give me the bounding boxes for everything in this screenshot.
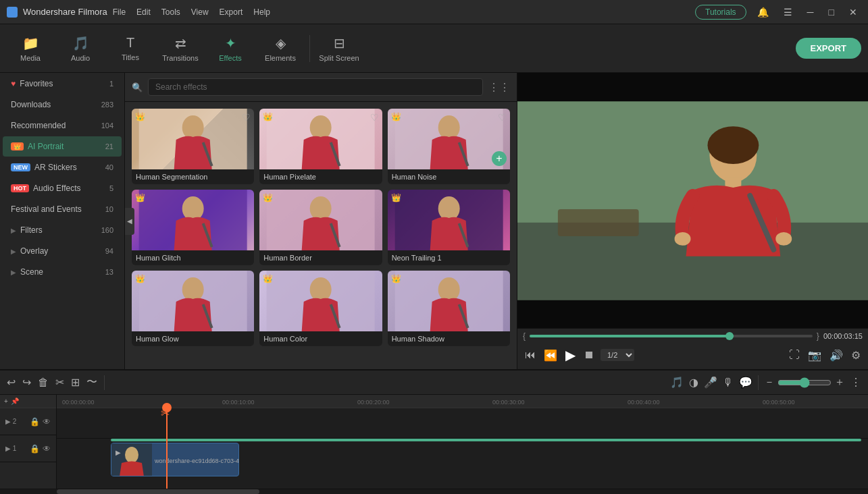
sidebar-item-overlay[interactable]: ▶ Overlay 94 [3, 241, 122, 261]
overlay-label: Overlay [20, 246, 48, 256]
timeline-toolbar: ↩ ↪ 🗑 ✂ ⊞ 〜 🎵 ◑ 🎤 🎙 💬 － ＋ ⋮ [0, 370, 868, 395]
toolbar-audio[interactable]: 🎵 Audio [57, 28, 104, 69]
tl-divider-1 [104, 375, 105, 390]
track-clip[interactable]: ▶ wondershare-ec91dd68-c703-4751... [111, 443, 239, 476]
effect-card-human_pixelate[interactable]: 👑♡Human Pixelate [259, 109, 382, 184]
preview-ratio-select[interactable]: 1/2 Full [601, 349, 634, 361]
caption-button[interactable]: 💬 [739, 376, 752, 389]
effect-card-effect8[interactable]: 👑Human Color [259, 271, 382, 346]
progress-bar[interactable] [530, 335, 813, 337]
heart-icon[interactable]: ♡ [242, 112, 251, 123]
notification-button[interactable]: 🔔 [753, 5, 773, 19]
menu-help[interactable]: Help [253, 7, 270, 17]
close-button[interactable]: ✕ [845, 5, 861, 19]
menu-tools[interactable]: Tools [161, 7, 180, 17]
track-1-eye-icon[interactable]: 👁 [43, 444, 51, 454]
ruler-mark-1: 00:00:10:00 [222, 399, 255, 406]
sidebar-collapse-button[interactable]: ◀ [125, 208, 134, 235]
thumb-svg-human_border [259, 190, 382, 250]
menu-edit[interactable]: Edit [136, 7, 151, 17]
undo-button[interactable]: ↩ [7, 376, 16, 389]
heart-icon[interactable]: ♡ [498, 112, 507, 123]
effect-card-human_border[interactable]: 👑Human Border [259, 190, 382, 265]
timeline-ruler: 00:00:00:00 00:00:10:00 00:00:20:00 00:0… [57, 395, 868, 408]
zoom-out-button[interactable]: － [764, 375, 775, 389]
fullscreen-button[interactable]: ⛶ [787, 347, 802, 363]
effect-card-human_noise[interactable]: 👑♡+Human Noise [388, 109, 510, 184]
menu-view[interactable]: View [191, 7, 209, 17]
skip-back-button[interactable]: ⏮ [523, 347, 538, 363]
audio-track-button[interactable]: 🎵 [670, 376, 684, 389]
toolbar-media[interactable]: 📁 Media [7, 28, 54, 69]
record-button[interactable]: 🎤 [704, 376, 717, 389]
playhead[interactable]: ✂ [166, 408, 168, 489]
bracket-close: } [817, 331, 819, 341]
settings-button[interactable]: ☰ [780, 5, 796, 19]
sidebar-item-audio-effects[interactable]: HOT Audio Effects 5 [3, 178, 122, 198]
effect-card-effect7[interactable]: 👑Human Glow [132, 271, 254, 346]
snapshot-button[interactable]: 📷 [806, 347, 823, 364]
voice-over-button[interactable]: 🎙 [723, 377, 734, 389]
effect-card-human_segmentation[interactable]: 👑♡Human Segmentation [132, 109, 254, 184]
tutorials-button[interactable]: Tutorials [695, 5, 746, 20]
toolbar-elements[interactable]: ◈ Elements [257, 28, 304, 69]
elements-icon: ◈ [276, 35, 286, 51]
minimize-button[interactable]: ─ [803, 5, 818, 19]
menu-export[interactable]: Export [220, 7, 243, 17]
timeline-right-controls: 🎵 ◑ 🎤 🎙 💬 － ＋ ⋮ [670, 375, 861, 390]
sidebar-item-favorites[interactable]: ♥ Favorites 1 [3, 74, 122, 94]
sidebar-item-filters[interactable]: ▶ Filters 160 [3, 220, 122, 240]
svg-point-1 [182, 115, 204, 140]
mask-button[interactable]: ◑ [689, 376, 698, 389]
clip-properties-button[interactable]: ⊞ [71, 376, 80, 389]
sidebar-item-ar-stickers[interactable]: NEW AR Stickers 40 [3, 157, 122, 177]
zoom-slider[interactable] [777, 377, 832, 388]
ai-portrait-count: 21 [105, 142, 113, 150]
toolbar-transitions[interactable]: ⇄ Transitions [157, 28, 204, 69]
play-button[interactable]: ▶ [563, 345, 578, 365]
step-back-button[interactable]: ⏪ [542, 347, 559, 364]
add-effect-button[interactable]: + [492, 151, 507, 166]
track-eye-icon[interactable]: 👁 [43, 417, 51, 427]
audio-effects-count: 5 [109, 184, 113, 192]
audio-waveform-button[interactable]: 〜 [86, 375, 97, 389]
heart-icon[interactable]: ♡ [370, 112, 379, 123]
sidebar-item-festival-events[interactable]: Festival and Events 10 [3, 199, 122, 219]
sidebar-item-scene[interactable]: ▶ Scene 13 [3, 262, 122, 282]
toolbar-effects[interactable]: ✦ Effects [207, 28, 254, 69]
progress-fill [530, 335, 734, 337]
ai-portrait-label: AI Portrait [28, 142, 63, 151]
cut-button[interactable]: ✂ [55, 376, 64, 389]
sidebar-item-recommended[interactable]: Recommended 104 [3, 115, 122, 136]
track-lock-icon[interactable]: 🔒 [30, 417, 40, 427]
more-button[interactable]: ⋮ [850, 376, 861, 389]
split-screen-icon: ⊟ [334, 35, 345, 51]
search-input[interactable] [148, 78, 483, 96]
maximize-button[interactable]: □ [825, 5, 838, 19]
grid-view-icon[interactable]: ⋮⋮ [488, 81, 510, 94]
menu-file[interactable]: File [113, 7, 126, 17]
effect-card-human_glitch[interactable]: 👑Human Glitch [132, 190, 254, 265]
track-pin-button[interactable]: 📌 [11, 397, 19, 405]
zoom-in-button[interactable]: ＋ [834, 375, 845, 389]
export-button[interactable]: EXPORT [796, 38, 861, 59]
toolbar-titles[interactable]: T Titles [107, 28, 154, 69]
settings-preview-button[interactable]: ⚙ [849, 347, 863, 364]
audio-effects-label: Audio Effects [33, 184, 81, 193]
sidebar-item-ai-portrait[interactable]: 👑 AI Portrait 21 [3, 136, 122, 157]
volume-button[interactable]: 🔊 [827, 347, 845, 364]
timeline-side: + 📌 ▶ 2 🔒 👁 ▶ 1 🔒 👁 [0, 395, 57, 489]
svg-point-16 [438, 196, 459, 221]
toolbar-split-screen[interactable]: ⊟ Split Screen [315, 28, 363, 69]
sidebar-item-downloads[interactable]: Downloads 283 [3, 94, 122, 115]
transitions-label: Transitions [162, 54, 198, 62]
stop-button[interactable]: ⏹ [582, 347, 596, 363]
progress-handle[interactable] [725, 332, 734, 340]
delete-button[interactable]: 🗑 [38, 377, 49, 389]
effect-card-effect9[interactable]: 👑Human Shadow [388, 271, 510, 346]
track-1-lock-icon[interactable]: 🔒 [30, 444, 40, 454]
redo-button[interactable]: ↪ [22, 376, 31, 389]
effect-card-neon_trailing[interactable]: 👑Neon Trailing 1 [388, 190, 510, 265]
timeline-scrollbar[interactable] [57, 489, 259, 494]
add-track-button[interactable]: + [4, 397, 8, 405]
